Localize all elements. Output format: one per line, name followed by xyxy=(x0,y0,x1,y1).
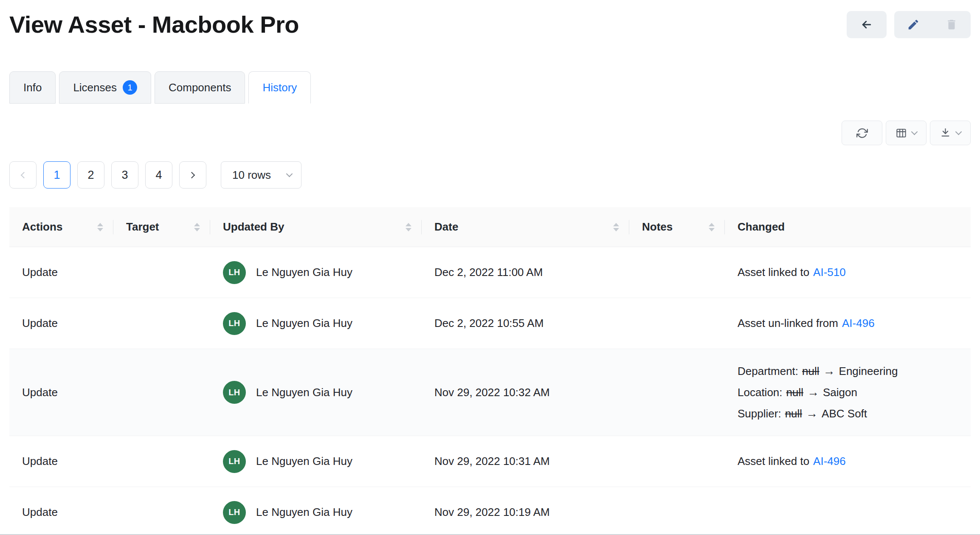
changed-text: Asset linked to xyxy=(738,455,809,468)
avatar: LH xyxy=(223,450,246,473)
sync-arrows-icon xyxy=(856,127,868,139)
column-header-date[interactable]: Date xyxy=(422,207,629,247)
table-header: Actions Target Updated By Date Notes Cha… xyxy=(9,207,971,247)
action-cell: Update xyxy=(9,317,113,330)
updated-by-cell: LH Le Nguyen Gia Huy xyxy=(210,381,422,404)
action-cell: Update xyxy=(9,266,113,279)
arrow-right-icon: → xyxy=(823,360,835,382)
page-header: View Asset - Macbook Pro xyxy=(9,0,971,39)
changed-old-value: null xyxy=(802,360,819,382)
updated-by-name: Le Nguyen Gia Huy xyxy=(256,266,352,279)
prev-page-button[interactable] xyxy=(9,161,37,189)
sort-icon xyxy=(613,223,619,231)
page-4-button[interactable]: 4 xyxy=(145,161,172,189)
edit-button[interactable] xyxy=(894,11,932,38)
changed-line: Location: null → Saigon xyxy=(738,382,857,403)
table-toolbar xyxy=(9,121,971,145)
next-page-button[interactable] xyxy=(179,161,206,189)
date-cell: Nov 29, 2022 10:32 AM xyxy=(422,386,629,399)
page-1-button[interactable]: 1 xyxy=(43,161,70,189)
sort-icon xyxy=(406,223,411,231)
sort-icon xyxy=(194,223,200,231)
date-cell: Nov 29, 2022 10:19 AM xyxy=(422,506,629,519)
licenses-count-badge: 1 xyxy=(123,80,137,95)
changed-line: Supplier: null → ABC Soft xyxy=(738,403,867,424)
page-2-button[interactable]: 2 xyxy=(77,161,104,189)
chevron-left-icon xyxy=(21,172,28,179)
chevron-right-icon xyxy=(189,172,195,179)
chevron-down-icon xyxy=(286,171,293,177)
tab-history[interactable]: History xyxy=(248,71,311,104)
rows-per-page-select[interactable]: 10 rows xyxy=(221,161,301,189)
edit-delete-button-group xyxy=(894,11,971,38)
back-button[interactable] xyxy=(847,11,887,38)
tab-history-label: History xyxy=(262,81,297,94)
left-arrow-icon xyxy=(860,18,873,31)
tabs: Info Licenses 1 Components History xyxy=(9,71,971,104)
changed-old-value: null xyxy=(786,382,803,403)
tab-info[interactable]: Info xyxy=(9,71,56,104)
table-columns-icon xyxy=(896,127,907,139)
updated-by-cell: LH Le Nguyen Gia Huy xyxy=(210,501,422,524)
avatar: LH xyxy=(223,312,246,335)
column-header-notes[interactable]: Notes xyxy=(629,207,725,247)
changed-field: Location: xyxy=(738,382,783,403)
arrow-right-icon: → xyxy=(806,403,818,424)
changed-cell: Asset linked to AI-510 xyxy=(725,266,971,279)
arrow-right-icon: → xyxy=(807,382,819,403)
page: View Asset - Macbook Pro Info Licenses 1 xyxy=(0,0,980,535)
tab-licenses-label: Licenses xyxy=(73,81,117,94)
table-row: Update LH Le Nguyen Gia Huy Nov 29, 2022… xyxy=(9,349,971,436)
updated-by-name: Le Nguyen Gia Huy xyxy=(256,455,352,468)
tab-components[interactable]: Components xyxy=(155,71,245,104)
updated-by-cell: LH Le Nguyen Gia Huy xyxy=(210,450,422,473)
action-cell: Update xyxy=(9,455,113,468)
page-3-button[interactable]: 3 xyxy=(111,161,138,189)
date-cell: Dec 2, 2022 11:00 AM xyxy=(422,266,629,279)
asset-link[interactable]: AI-510 xyxy=(813,266,846,279)
updated-by-cell: LH Le Nguyen Gia Huy xyxy=(210,261,422,284)
column-header-updated-by[interactable]: Updated By xyxy=(210,207,422,247)
changed-text: Asset linked to xyxy=(738,266,809,279)
changed-text: Asset un-linked from xyxy=(738,317,838,330)
chevron-down-icon xyxy=(911,129,918,135)
asset-link[interactable]: AI-496 xyxy=(813,455,846,468)
action-cell: Update xyxy=(9,506,113,519)
column-header-target[interactable]: Target xyxy=(113,207,210,247)
changed-old-value: null xyxy=(785,403,802,424)
table-row: Update LH Le Nguyen Gia Huy Dec 2, 2022 … xyxy=(9,298,971,349)
changed-cell: Asset un-linked from AI-496 xyxy=(725,317,971,330)
header-actions xyxy=(847,11,971,38)
delete-button[interactable] xyxy=(932,11,971,38)
avatar: LH xyxy=(223,261,246,284)
changed-field: Supplier: xyxy=(738,403,781,424)
changed-cell: Department: null → Engineering Location:… xyxy=(725,349,971,436)
updated-by-cell: LH Le Nguyen Gia Huy xyxy=(210,312,422,335)
sort-icon xyxy=(709,223,715,231)
refresh-button[interactable] xyxy=(842,121,882,145)
changed-new-value: Engineering xyxy=(839,360,898,382)
date-cell: Dec 2, 2022 10:55 AM xyxy=(422,317,629,330)
changed-new-value: Saigon xyxy=(823,382,857,403)
changed-cell: Asset linked to AI-496 xyxy=(725,455,971,468)
asset-link[interactable]: AI-496 xyxy=(842,317,875,330)
history-table: Actions Target Updated By Date Notes Cha… xyxy=(9,207,971,535)
pencil-icon xyxy=(907,18,920,31)
tab-licenses[interactable]: Licenses 1 xyxy=(59,71,151,104)
table-row: Update LH Le Nguyen Gia Huy Dec 2, 2022 … xyxy=(9,247,971,298)
updated-by-name: Le Nguyen Gia Huy xyxy=(256,386,352,399)
columns-button[interactable] xyxy=(886,121,926,145)
export-button[interactable] xyxy=(930,121,971,145)
changed-new-value: ABC Soft xyxy=(822,403,867,424)
updated-by-name: Le Nguyen Gia Huy xyxy=(256,317,352,330)
action-cell: Update xyxy=(9,386,113,399)
column-header-actions[interactable]: Actions xyxy=(9,207,113,247)
tab-components-label: Components xyxy=(169,81,231,94)
chevron-down-icon xyxy=(955,129,962,135)
changed-line: Department: null → Engineering xyxy=(738,360,898,382)
table-row: Update LH Le Nguyen Gia Huy Nov 29, 2022… xyxy=(9,436,971,487)
updated-by-name: Le Nguyen Gia Huy xyxy=(256,506,352,519)
date-cell: Nov 29, 2022 10:31 AM xyxy=(422,455,629,468)
avatar: LH xyxy=(223,381,246,404)
changed-field: Department: xyxy=(738,360,798,382)
